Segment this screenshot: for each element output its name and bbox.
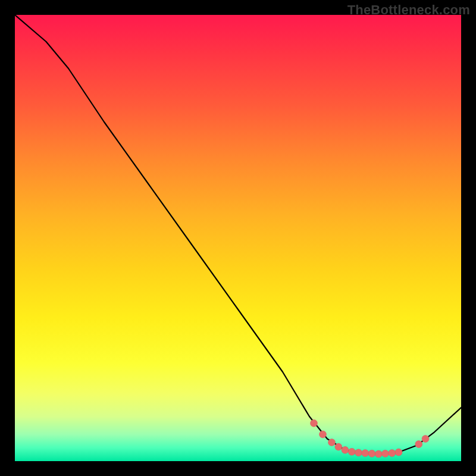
marker-point xyxy=(335,443,342,450)
marker-point xyxy=(342,446,349,453)
curve-svg xyxy=(15,15,461,461)
marker-point xyxy=(382,450,389,457)
gradient-plot-area xyxy=(15,15,461,461)
marker-point xyxy=(389,450,396,457)
marker-point xyxy=(368,450,375,457)
marker-point xyxy=(362,450,369,457)
marker-point xyxy=(355,449,362,456)
marker-point xyxy=(320,431,327,438)
marker-point xyxy=(311,419,318,427)
marker-point xyxy=(375,450,382,458)
marker-point xyxy=(348,448,355,455)
marker-point xyxy=(415,441,422,448)
watermark-text: TheBottleneck.com xyxy=(347,2,470,18)
curve-markers xyxy=(311,419,430,458)
marker-point xyxy=(422,436,429,443)
bottleneck-curve xyxy=(15,15,461,454)
marker-point xyxy=(328,439,336,446)
marker-point xyxy=(395,449,402,456)
